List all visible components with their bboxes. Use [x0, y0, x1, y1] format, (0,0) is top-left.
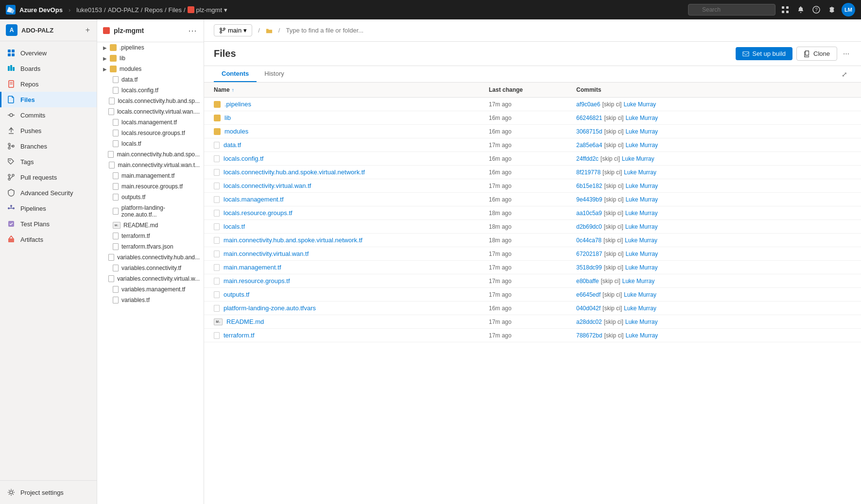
file-name-link[interactable]: main.management.tf [224, 264, 281, 271]
file-name-link[interactable]: data.tf [224, 141, 241, 149]
commit-id-link[interactable]: 788672bd [576, 332, 602, 339]
tab-contents[interactable]: Contents [214, 66, 257, 82]
sidebar-item-advanced-security[interactable]: Advanced Security [0, 185, 97, 201]
commit-author[interactable]: Luke Murray [622, 278, 655, 285]
tree-item[interactable]: main.management.tf [97, 170, 204, 181]
sidebar-item-boards[interactable]: Boards [0, 61, 97, 76]
sidebar-item-branches[interactable]: Branches [0, 138, 97, 154]
commit-author[interactable]: Luke Murray [625, 319, 658, 325]
commit-id-link[interactable]: d2b69dc0 [576, 223, 602, 230]
file-name-link[interactable]: main.connectivity.hub.and.spoke.virtual.… [224, 236, 362, 244]
clone-button[interactable]: Clone [796, 47, 837, 61]
commit-author[interactable]: Luke Murray [625, 196, 658, 203]
tree-item[interactable]: ▶ lib [97, 53, 204, 64]
tree-item[interactable]: locals.connectivity.virtual.wan.... [97, 106, 204, 117]
file-name-link[interactable]: locals.config.tf [224, 155, 263, 162]
tree-item[interactable]: ▶ .pipelines [97, 42, 204, 53]
commit-id-link[interactable]: 3068715d [576, 128, 602, 135]
commit-author[interactable]: Luke Murray [622, 155, 654, 162]
search-input[interactable] [688, 4, 775, 16]
tree-item[interactable]: variables.connectivity.virtual.w... [97, 273, 204, 284]
tree-item[interactable]: M↓ README.md [97, 220, 204, 231]
sidebar-item-pull-requests[interactable]: Pull requests [0, 169, 97, 185]
commit-author[interactable]: Luke Murray [625, 210, 658, 217]
commit-author[interactable]: Luke Murray [625, 183, 658, 189]
sidebar-item-overview[interactable]: Overview [0, 45, 97, 61]
file-name-link[interactable]: main.resource.groups.tf [224, 277, 290, 285]
file-name-link[interactable]: locals.connectivity.virtual.wan.tf [224, 182, 311, 189]
tree-item[interactable]: variables.connectivity.hub.and... [97, 252, 204, 263]
commit-author[interactable]: Luke Murray [625, 223, 658, 230]
sidebar-item-commits[interactable]: Commits [0, 107, 97, 123]
tree-item[interactable]: locals.connectivity.hub.and.sp... [97, 96, 204, 106]
commit-id-link[interactable]: 24ffdd2c [576, 155, 599, 162]
setup-build-button[interactable]: Set up build [736, 47, 792, 60]
commit-id-link[interactable]: e80baffe [576, 278, 599, 285]
commit-author[interactable]: Luke Murray [625, 142, 658, 149]
commit-id-link[interactable]: 3518dc99 [576, 264, 602, 271]
commit-author[interactable]: Luke Murray [625, 332, 658, 339]
tree-item[interactable]: variables.management.tf [97, 284, 204, 295]
expand-button[interactable]: ⤢ [838, 68, 851, 80]
help-icon-btn[interactable]: ? [810, 4, 822, 16]
sidebar-item-files[interactable]: Files [0, 92, 97, 107]
avatar[interactable]: LM [842, 3, 855, 17]
file-name-link[interactable]: README.md [226, 318, 264, 325]
tasks-icon-btn[interactable] [779, 4, 791, 16]
add-project-button[interactable]: + [85, 25, 91, 35]
commit-author[interactable]: Luke Murray [625, 128, 658, 135]
file-name-link[interactable]: platform-landing-zone.auto.tfvars [224, 304, 316, 312]
tree-item[interactable]: ▶ modules [97, 64, 204, 74]
sidebar-item-pipelines[interactable]: Pipelines [0, 201, 97, 216]
commit-author[interactable]: Luke Murray [623, 101, 656, 108]
file-name-link[interactable]: locals.connectivity.hub.and.spoke.virtua… [224, 168, 365, 176]
breadcrumb-repos[interactable]: Repos [144, 6, 163, 14]
commit-author[interactable]: Luke Murray [625, 115, 658, 121]
tree-item[interactable]: locals.config.tf [97, 85, 204, 96]
file-name-link[interactable]: locals.management.tf [224, 196, 284, 203]
tree-item[interactable]: terraform.tf [97, 231, 204, 241]
tree-item[interactable]: main.connectivity.virtual.wan.t... [97, 160, 204, 170]
commit-id-link[interactable]: 0c44ca78 [576, 237, 602, 244]
commit-author[interactable]: Luke Murray [625, 237, 657, 244]
file-tree-more-button[interactable]: ⋯ [187, 24, 198, 37]
sidebar-item-test-plans[interactable]: Test Plans [0, 216, 97, 232]
sidebar-item-pushes[interactable]: Pushes [0, 123, 97, 138]
settings-icon-btn[interactable] [826, 4, 838, 16]
file-name-link[interactable]: terraform.tf [224, 332, 255, 339]
commit-id-link[interactable]: 040d042f [576, 305, 601, 312]
commit-id-link[interactable]: af9c0ae6 [576, 101, 600, 108]
commit-id-link[interactable]: 6b15e182 [576, 183, 602, 189]
file-name-link[interactable]: lib [224, 114, 231, 121]
branch-selector[interactable]: main ▾ [214, 24, 252, 36]
tree-item[interactable]: locals.resource.groups.tf [97, 128, 204, 138]
breadcrumb-repo[interactable]: plz-mgmt [196, 6, 222, 14]
tree-item[interactable]: outputs.tf [97, 192, 204, 202]
commit-id-link[interactable]: a28ddc02 [576, 319, 602, 325]
commit-author[interactable]: Luke Murray [625, 251, 658, 257]
breadcrumb-org[interactable]: luke0153 [76, 6, 102, 14]
sidebar-item-repos[interactable]: Repos [0, 76, 97, 92]
tree-item[interactable]: locals.tf [97, 138, 204, 149]
file-name-link[interactable]: .pipelines [224, 101, 251, 108]
commit-id-link[interactable]: 66246821 [576, 115, 602, 121]
commit-author[interactable]: Luke Murray [624, 169, 656, 176]
file-name-link[interactable]: main.connectivity.virtual.wan.tf [224, 250, 309, 257]
sidebar-item-artifacts[interactable]: Artifacts [0, 232, 97, 247]
commit-author[interactable]: Luke Murray [625, 264, 658, 271]
commit-id-link[interactable]: 2a85e6a4 [576, 142, 602, 149]
more-actions-button[interactable]: ⋯ [841, 48, 851, 59]
file-name-link[interactable]: outputs.tf [224, 291, 249, 298]
tree-item[interactable]: platform-landing-zone.auto.tf... [97, 202, 204, 220]
commit-id-link[interactable]: 8f219778 [576, 169, 601, 176]
commit-id-link[interactable]: aa10c5a9 [576, 210, 602, 217]
breadcrumb-project[interactable]: ADO-PALZ [108, 6, 139, 14]
file-name-link[interactable]: modules [224, 128, 248, 135]
bell-icon-btn[interactable] [795, 4, 807, 16]
tree-item[interactable]: variables.tf [97, 295, 204, 305]
tree-item[interactable]: main.resource.groups.tf [97, 181, 204, 192]
tree-item[interactable]: locals.management.tf [97, 117, 204, 128]
tree-item[interactable]: main.connectivity.hub.and.spo... [97, 149, 204, 160]
settings-link[interactable]: Project settings [0, 485, 97, 500]
commit-author[interactable]: Luke Murray [624, 291, 656, 298]
